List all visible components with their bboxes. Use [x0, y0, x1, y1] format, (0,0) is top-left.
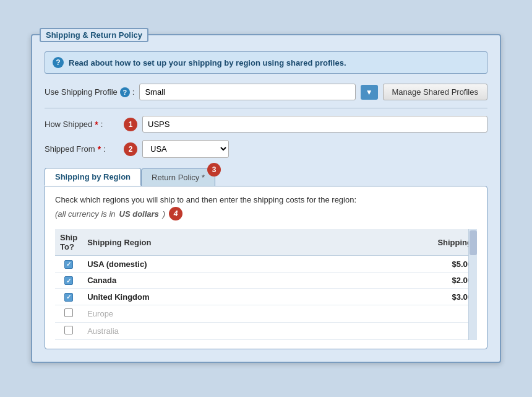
panel-title: Shipping & Return Policy — [40, 28, 148, 42]
shipping-profile-help-icon[interactable]: ? — [120, 87, 130, 97]
tabs-header: Shipping by Region Return Policy * 3 — [45, 168, 487, 186]
table-row: USA (domestic)$5.00 — [55, 256, 477, 273]
tab-content-shipping: Check which regions you will ship to and… — [45, 186, 487, 349]
info-icon: ? — [53, 57, 64, 68]
scrollbar[interactable] — [468, 229, 477, 340]
shipped-from-required: * — [98, 144, 101, 154]
region-checkbox-1[interactable] — [64, 276, 73, 285]
scrollbar-thumb — [470, 230, 477, 255]
col-shipping-region: Shipping Region — [82, 229, 329, 256]
table-row: Australia — [55, 322, 477, 339]
table-row: Canada$2.00 — [55, 272, 477, 289]
table-header-row: Ship To? Shipping Region Shipping — [55, 229, 477, 256]
tabs-container: Shipping by Region Return Policy * 3 Che… — [45, 168, 487, 349]
info-bar: ? Read about how to set up your shipping… — [45, 51, 487, 74]
checkbox-cell — [55, 305, 82, 322]
checkbox-cell — [55, 256, 82, 273]
shipped-from-step-badge: 2 — [124, 142, 137, 156]
region-name: Australia — [82, 322, 329, 339]
currency-note: (all currency is in US dollars) 4 — [55, 207, 477, 220]
region-checkbox-4[interactable] — [64, 326, 73, 334]
profile-select-container: Small ▼ — [139, 84, 377, 100]
how-shipped-input[interactable] — [142, 116, 487, 133]
shipping-profile-label: Use Shipping Profile ? : — [45, 87, 134, 97]
shipping-profile-row: Use Shipping Profile ? : Small ▼ Manage … — [45, 84, 487, 100]
region-name: United Kingdom — [82, 289, 329, 305]
how-shipped-step-badge: 1 — [124, 118, 137, 131]
shipped-from-label: Shipped From * : — [45, 144, 119, 154]
col-shipping-cost: Shipping — [329, 229, 477, 256]
tab-return-policy[interactable]: Return Policy * 3 — [141, 168, 215, 186]
table-row: Europe — [55, 305, 477, 322]
shipping-return-panel: Shipping & Return Policy ? Read about ho… — [31, 34, 501, 363]
how-shipped-row: How Shipped * : 1 — [45, 116, 487, 133]
dropdown-arrow-button[interactable]: ▼ — [361, 85, 378, 100]
region-amount — [329, 305, 477, 322]
region-checkbox-0[interactable] — [64, 260, 73, 269]
shipping-table: Ship To? Shipping Region Shipping USA (d… — [55, 229, 477, 340]
info-text: Read about how to set up your shipping b… — [69, 58, 346, 68]
region-amount: $5.00 — [329, 256, 477, 273]
checkbox-cell — [55, 272, 82, 289]
checkbox-cell — [55, 289, 82, 305]
region-name: USA (domestic) — [82, 256, 329, 273]
shipped-from-dropdown[interactable]: USA Canada UK Other — [142, 140, 229, 158]
shipping-description: Check which regions you will ship to and… — [55, 195, 477, 204]
col-ship-to: Ship To? — [55, 229, 82, 256]
checkbox-cell — [55, 322, 82, 339]
how-shipped-label: How Shipped * : — [45, 120, 119, 129]
tab-shipping-by-region[interactable]: Shipping by Region — [45, 168, 141, 186]
tabs-step-badge: 3 — [207, 163, 221, 177]
region-amount: $2.00 — [329, 272, 477, 289]
manage-shared-profiles-button[interactable]: Manage Shared Profiles — [383, 84, 487, 100]
region-name: Europe — [82, 305, 329, 322]
region-checkbox-2[interactable] — [64, 293, 73, 302]
shipping-table-wrapper: Ship To? Shipping Region Shipping USA (d… — [55, 229, 477, 340]
divider — [45, 108, 487, 108]
region-checkbox-3[interactable] — [64, 308, 73, 317]
currency-step-badge: 4 — [169, 207, 182, 220]
how-shipped-required: * — [95, 120, 98, 129]
region-amount: $3.00 — [329, 289, 477, 305]
region-name: Canada — [82, 272, 329, 289]
shipping-profile-dropdown[interactable]: Small — [139, 84, 355, 100]
table-row: United Kingdom$3.00 — [55, 289, 477, 305]
shipped-from-row: Shipped From * : 2 USA Canada UK Other — [45, 140, 487, 158]
region-amount — [329, 322, 477, 339]
